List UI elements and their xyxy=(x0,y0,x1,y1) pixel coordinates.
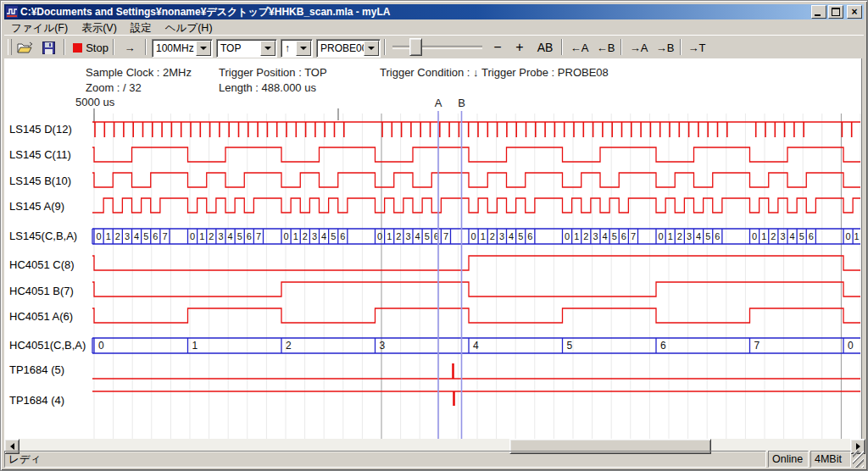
bus-value: 7 xyxy=(754,340,760,352)
signal-label[interactable]: HC4051 C(8) xyxy=(9,258,75,272)
bus-value: 3 xyxy=(312,231,317,241)
zoom-in-button[interactable]: + xyxy=(510,38,529,57)
signal-label[interactable]: LS145 C(11) xyxy=(9,148,71,162)
status-online: Online xyxy=(768,451,809,468)
run-button[interactable]: → xyxy=(118,38,142,57)
menu-file[interactable]: ファイル(F) xyxy=(4,20,75,35)
goto-b-left-button[interactable]: ←B xyxy=(593,38,618,57)
bus-value: 2 xyxy=(771,231,776,241)
bus-value: 5 xyxy=(705,231,710,241)
menu-help[interactable]: ヘルプ(H) xyxy=(159,20,220,35)
signal-label[interactable]: HC4051 A(6) xyxy=(9,310,73,324)
bus-value: 2 xyxy=(396,231,401,241)
bus-value: 3 xyxy=(780,231,785,241)
bus-value: 1 xyxy=(761,231,766,241)
zoom-out-button[interactable]: − xyxy=(488,38,507,57)
bus-value: 2 xyxy=(490,231,495,241)
bus-value: 0 xyxy=(98,340,104,352)
bus-value: 1 xyxy=(387,231,392,241)
bus-value: 7 xyxy=(256,231,261,241)
bus-value: 3 xyxy=(593,231,598,241)
open-folder-icon xyxy=(17,42,33,54)
trigger-edge-combo[interactable]: ↑ xyxy=(281,39,313,58)
dropdown-button[interactable] xyxy=(196,41,211,56)
signal-label[interactable]: LS145(C,B,A) xyxy=(9,230,77,243)
bus-value: 1 xyxy=(574,231,579,241)
toolbar-separator xyxy=(620,39,622,55)
title-bar: C:¥Documents and Settings¥noname¥デスクトップ¥… xyxy=(4,4,864,19)
chevron-down-icon xyxy=(300,47,307,50)
bus-value: 7 xyxy=(162,231,167,241)
close-button[interactable]: × xyxy=(847,5,862,19)
dropdown-button[interactable] xyxy=(364,41,379,56)
status-ready: レディ xyxy=(4,451,766,468)
bus-value: 3 xyxy=(125,231,130,241)
info-trigger-position: Trigger Position : TOP xyxy=(219,66,327,79)
toolbar-separator xyxy=(64,39,65,55)
sample-clock-value: 100MHz xyxy=(156,42,194,54)
slider-thumb[interactable] xyxy=(409,38,422,56)
chevron-down-icon xyxy=(368,47,375,50)
bus-value: 0 xyxy=(752,231,757,241)
bus-value: 2 xyxy=(209,231,214,241)
bus-value: 6 xyxy=(715,231,720,241)
bus-value: 2 xyxy=(677,231,682,241)
app-icon xyxy=(6,6,18,18)
bus-value: 0 xyxy=(377,231,382,241)
toolbar-grip xyxy=(8,39,12,55)
signal-label[interactable]: LS145 D(12) xyxy=(9,123,72,136)
cursor-a-label[interactable]: A xyxy=(433,97,443,109)
signal-label[interactable]: TP1684 (5) xyxy=(9,363,64,377)
info-sample-clock: Sample Clock : 2MHz xyxy=(86,66,192,79)
bus-value: 0 xyxy=(471,231,476,241)
chevron-down-icon xyxy=(264,47,271,50)
bus-value: 5 xyxy=(612,231,617,241)
open-file-button[interactable] xyxy=(14,38,35,57)
goto-trigger-button[interactable]: →T xyxy=(686,38,708,57)
goto-a-left-button[interactable]: ←A xyxy=(567,38,592,57)
trigger-probe-combo[interactable]: PROBE00 xyxy=(316,39,381,58)
cursor-b-label[interactable]: B xyxy=(457,97,467,109)
goto-b-right-button[interactable]: →B xyxy=(653,38,677,57)
waveform-canvas[interactable]: 0123456701234567012345601234567012345601… xyxy=(4,58,861,439)
bus-value: 2 xyxy=(303,231,308,241)
sample-clock-combo[interactable]: 100MHz xyxy=(152,39,213,58)
bus-value: 0 xyxy=(97,231,102,241)
bus-value: 0 xyxy=(190,231,195,241)
bus-value: 6 xyxy=(340,231,345,241)
ab-range-button[interactable]: AB xyxy=(533,38,557,57)
bus-value: 3 xyxy=(405,231,410,241)
bus-value: 4 xyxy=(509,231,514,241)
bus-value: 6 xyxy=(527,231,532,241)
status-memory: 4MBit xyxy=(810,451,851,468)
goto-a-right-button[interactable]: →A xyxy=(626,38,651,57)
bus-value: 2 xyxy=(286,340,292,352)
resize-grip[interactable] xyxy=(853,451,864,468)
bus-value: 1 xyxy=(106,231,111,241)
menu-view[interactable]: 表示(V) xyxy=(75,20,124,35)
arrow-right-icon xyxy=(856,443,860,450)
menu-settings[interactable]: 設定 xyxy=(124,20,159,35)
signal-label[interactable]: HC4051(C,B,A) xyxy=(9,339,86,352)
signal-label[interactable]: LS145 A(9) xyxy=(9,200,64,213)
trigger-position-combo[interactable]: TOP xyxy=(216,39,277,58)
signal-label[interactable]: TP1684 (4) xyxy=(9,394,64,407)
bus-value: 5 xyxy=(518,231,523,241)
minimize-button[interactable] xyxy=(811,5,826,19)
bus-value: 5 xyxy=(237,231,242,241)
dropdown-button[interactable] xyxy=(296,41,311,56)
save-button[interactable] xyxy=(38,38,58,57)
dropdown-button[interactable] xyxy=(260,41,275,56)
signal-label[interactable]: LS145 B(10) xyxy=(9,175,71,188)
stop-button[interactable]: Stop xyxy=(70,38,111,57)
chevron-down-icon xyxy=(200,47,207,50)
signal-label[interactable]: HC4051 B(7) xyxy=(9,285,74,298)
bus-value: 4 xyxy=(603,231,608,241)
waveform-panel: 0123456701234567012345601234567012345601… xyxy=(4,58,862,439)
zoom-slider[interactable] xyxy=(392,38,482,57)
maximize-button[interactable] xyxy=(828,5,843,19)
bus-value: 5 xyxy=(331,231,336,241)
stop-label: Stop xyxy=(86,42,108,54)
bus-value: 0 xyxy=(284,231,289,241)
toolbar-separator xyxy=(561,39,563,55)
